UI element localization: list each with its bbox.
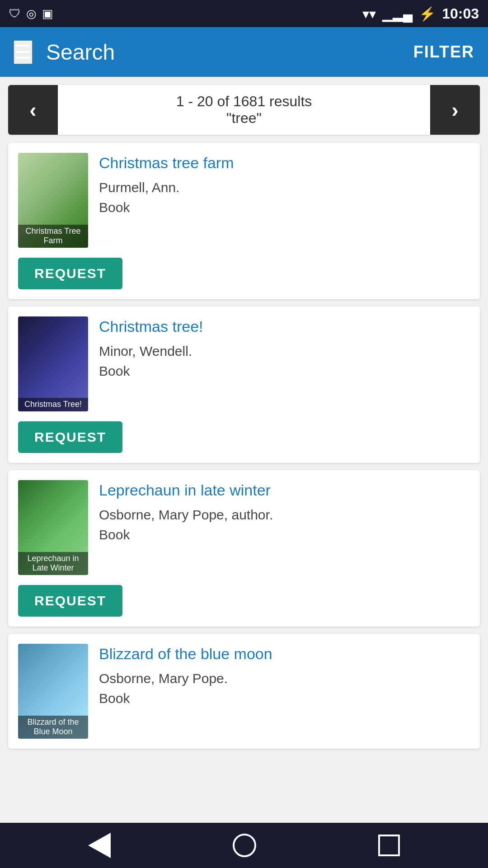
app-bar-left: ☰ Search <box>14 40 115 65</box>
home-icon <box>233 834 256 857</box>
pagination-bar: ‹ 1 - 20 of 1681 results "tree" › <box>8 85 480 135</box>
book-type: Book <box>99 200 470 215</box>
status-time: 10:03 <box>442 5 479 22</box>
book-card-top: Christmas Tree! Christmas tree! Minor, W… <box>18 316 470 411</box>
book-cover: Leprechaun in Late Winter <box>18 480 88 575</box>
book-card: Blizzard of the Blue Moon Blizzard of th… <box>8 634 480 749</box>
status-bar: 🛡 ◎ ▣ ▾▾ ▁▂▄ ⚡ 10:03 <box>0 0 488 27</box>
page-title: Search <box>46 40 115 65</box>
request-button[interactable]: REQUEST <box>18 421 122 453</box>
shield-icon: 🛡 <box>9 7 21 21</box>
request-button[interactable]: REQUEST <box>18 258 122 289</box>
book-cover: Christmas Tree Farm <box>18 153 88 248</box>
sim-icon: ▣ <box>42 7 53 21</box>
book-list: Christmas Tree Farm Christmas tree farm … <box>0 135 488 823</box>
cover-label: Leprechaun in Late Winter <box>18 552 88 575</box>
book-type: Book <box>99 691 470 706</box>
book-info: Christmas tree farm Purmell, Ann. Book <box>99 153 470 248</box>
cover-label: Blizzard of the Blue Moon <box>18 716 88 739</box>
book-info: Christmas tree! Minor, Wendell. Book <box>99 316 470 411</box>
book-title[interactable]: Leprechaun in late winter <box>99 480 470 500</box>
prev-page-button[interactable]: ‹ <box>8 85 58 135</box>
home-button[interactable] <box>233 834 256 857</box>
book-author: Purmell, Ann. <box>99 180 470 195</box>
cover-label: Christmas Tree Farm <box>18 225 88 248</box>
recent-icon <box>378 835 400 856</box>
book-card: Christmas Tree Farm Christmas tree farm … <box>8 143 480 299</box>
back-button[interactable] <box>88 833 111 858</box>
book-title[interactable]: Christmas tree farm <box>99 153 470 173</box>
prev-arrow-icon: ‹ <box>29 98 36 122</box>
status-left-icons: 🛡 ◎ ▣ <box>9 7 53 21</box>
book-author: Osborne, Mary Pope, author. <box>99 507 470 523</box>
book-title[interactable]: Christmas tree! <box>99 316 470 336</box>
book-card-top: Blizzard of the Blue Moon Blizzard of th… <box>18 644 470 739</box>
wifi-icon: ▾▾ <box>362 6 376 22</box>
book-info: Blizzard of the blue moon Osborne, Mary … <box>99 644 470 739</box>
app-bar: ☰ Search FILTER <box>0 27 488 77</box>
camera-icon: ◎ <box>26 7 37 21</box>
book-card-top: Christmas Tree Farm Christmas tree farm … <box>18 153 470 248</box>
status-right-icons: ▾▾ ▁▂▄ ⚡ 10:03 <box>362 5 479 22</box>
cover-label: Christmas Tree! <box>18 398 88 411</box>
search-query: "tree" <box>58 110 430 127</box>
next-page-button[interactable]: › <box>430 85 480 135</box>
hamburger-menu-button[interactable]: ☰ <box>14 40 33 64</box>
filter-button[interactable]: FILTER <box>413 42 474 61</box>
book-type: Book <box>99 527 470 542</box>
next-arrow-icon: › <box>451 98 458 122</box>
book-author: Minor, Wendell. <box>99 344 470 359</box>
battery-icon: ⚡ <box>419 6 436 22</box>
book-cover: Blizzard of the Blue Moon <box>18 644 88 739</box>
book-type: Book <box>99 363 470 379</box>
book-author: Osborne, Mary Pope. <box>99 671 470 686</box>
book-cover: Christmas Tree! <box>18 316 88 411</box>
back-icon <box>88 833 111 858</box>
book-card-top: Leprechaun in Late Winter Leprechaun in … <box>18 480 470 575</box>
book-title[interactable]: Blizzard of the blue moon <box>99 644 470 664</box>
recent-button[interactable] <box>378 835 400 856</box>
signal-icon: ▁▂▄ <box>382 6 413 22</box>
bottom-nav <box>0 823 488 868</box>
request-button[interactable]: REQUEST <box>18 585 122 617</box>
book-card: Leprechaun in Late Winter Leprechaun in … <box>8 470 480 627</box>
results-count: 1 - 20 of 1681 results <box>58 93 430 110</box>
book-card: Christmas Tree! Christmas tree! Minor, W… <box>8 307 480 463</box>
pagination-info: 1 - 20 of 1681 results "tree" <box>58 93 430 127</box>
book-info: Leprechaun in late winter Osborne, Mary … <box>99 480 470 575</box>
